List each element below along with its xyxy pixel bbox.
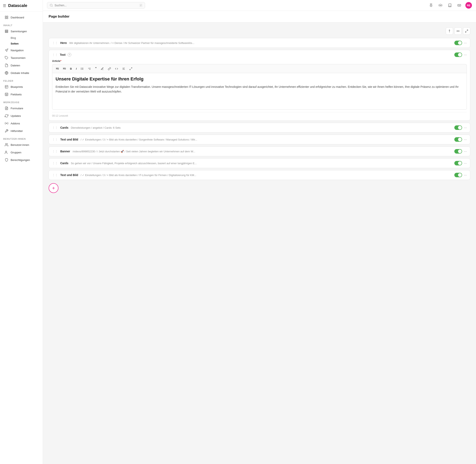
h3-tool[interactable]: H3 — [61, 66, 68, 71]
keyboard-icon[interactable] — [456, 2, 463, 9]
toggle-knob — [458, 161, 462, 165]
more-button[interactable]: ··· — [464, 173, 467, 177]
search-input[interactable] — [55, 4, 138, 7]
search-box[interactable]: / — [47, 2, 145, 9]
svg-point-17 — [6, 151, 7, 152]
code-tool[interactable] — [113, 66, 120, 71]
block-desc: / ✓ Einstellungen / 3 / × Bild als Kreis… — [81, 174, 452, 177]
more-button[interactable]: ··· — [464, 137, 467, 142]
italic-tool[interactable]: I — [74, 66, 78, 71]
block-toggle[interactable] — [454, 126, 462, 130]
sidebar-item-addons[interactable]: Addons — [1, 120, 41, 127]
sidebar-item-formulare[interactable]: Formulare — [1, 105, 41, 112]
svg-rect-2 — [5, 18, 6, 19]
hamburger-icon[interactable]: ☰ — [3, 3, 6, 8]
page-builder-body: ⋮⋮ Hero Wir digitalisieren ihr Unternehm… — [43, 22, 476, 198]
link-tool[interactable] — [106, 66, 113, 71]
block-text-bild1: ⋮⋮ Text und Bild / ✓ Einstellungen / 3 /… — [49, 135, 470, 144]
quote-tool[interactable]: " — [93, 66, 98, 71]
sidebar-item-globale-inhalte[interactable]: Globale Inhalte — [1, 69, 41, 77]
block-text: ⋮⋮ Text ? ··· Article* H2 — [49, 50, 470, 121]
block-toggle[interactable] — [454, 173, 462, 177]
sidebar-item-fieldsets[interactable]: Fieldsets — [1, 91, 41, 98]
sidebar-item-blog[interactable]: Blog — [1, 35, 41, 41]
drag-handle[interactable]: ⋮⋮ — [52, 126, 58, 129]
add-block-button[interactable]: + — [49, 183, 58, 193]
users-icon — [4, 143, 9, 147]
drag-handle[interactable]: ⋮⋮ — [52, 41, 58, 45]
svg-point-32 — [81, 69, 81, 69]
search-icon — [50, 4, 53, 7]
highlight-tool[interactable] — [99, 66, 106, 71]
drag-handle[interactable]: ⋮⋮ — [52, 150, 58, 153]
sidebar-item-label: Hilfsmittel — [11, 129, 23, 133]
page-builder-title: Page builder — [43, 11, 476, 22]
block-toggle[interactable] — [454, 149, 462, 154]
align-tool[interactable] — [121, 66, 127, 71]
read-time: 00:12 Lesezeit — [52, 112, 467, 117]
block-cards2: ⋮⋮ Cards So gehen wir vor / Unsere Fähig… — [49, 158, 470, 168]
block-label: Text und Bild — [60, 138, 78, 141]
h2-tool[interactable]: H2 — [54, 66, 60, 71]
block-label: Cards — [60, 162, 68, 165]
svg-point-16 — [6, 143, 7, 145]
block-toggle[interactable] — [454, 137, 462, 142]
help-icon[interactable]: ? — [68, 53, 71, 57]
block-toggle[interactable] — [454, 41, 462, 45]
sidebar-item-gruppen[interactable]: Gruppen — [1, 149, 41, 156]
block-toggle[interactable] — [454, 52, 462, 57]
sidebar-item-benutzerinnen[interactable]: Benutzer:innen — [1, 141, 41, 148]
sidebar-item-label: Sammlungen — [11, 30, 27, 33]
ordered-list-tool[interactable] — [86, 66, 93, 71]
align-top-button[interactable] — [446, 27, 453, 35]
sidebar-item-sammlungen[interactable]: Sammlungen — [1, 28, 41, 35]
settings-icon[interactable] — [437, 2, 444, 9]
more-button[interactable]: ··· — [464, 149, 467, 154]
user-avatar[interactable]: RE — [465, 2, 472, 9]
sidebar-item-hilfsmittel[interactable]: Hilfsmittel — [1, 127, 41, 135]
fieldset-icon — [4, 92, 9, 97]
sidebar-item-dateien[interactable]: Dateien — [1, 62, 41, 69]
block-toggle[interactable] — [454, 161, 462, 165]
files-icon — [4, 63, 9, 68]
more-button[interactable]: ··· — [464, 41, 467, 45]
unordered-list-tool[interactable] — [79, 66, 85, 71]
more-button[interactable]: ··· — [464, 161, 467, 165]
sidebar-item-updates[interactable]: Updates — [1, 112, 41, 119]
toggle-knob — [458, 41, 462, 45]
main-area: / RE — [43, 0, 476, 464]
svg-rect-6 — [5, 32, 8, 33]
svg-rect-11 — [5, 85, 8, 88]
align-middle-button[interactable] — [454, 27, 462, 35]
bold-tool[interactable]: B — [68, 66, 73, 71]
drag-handle[interactable]: ⋮⋮ — [52, 173, 58, 177]
text-block-header: ⋮⋮ Text ? ··· — [49, 50, 470, 59]
groups-icon — [4, 150, 9, 155]
drag-handle[interactable]: ⋮⋮ — [52, 138, 58, 141]
expand-button[interactable] — [463, 27, 470, 35]
sidebar-section-werkzeuge: WERKZEUGE — [0, 98, 43, 104]
sidebar-item-berechtigungen[interactable]: Berechtigungen — [1, 156, 41, 164]
sidebar-item-navigation[interactable]: Navigation — [1, 47, 41, 54]
svg-line-26 — [465, 31, 466, 32]
block-actions: ··· — [454, 161, 467, 165]
block-label: Cards — [60, 126, 68, 129]
more-button[interactable]: ··· — [464, 53, 467, 57]
block-actions: ··· — [454, 126, 467, 130]
drag-handle[interactable]: ⋮⋮ — [52, 162, 58, 165]
block-actions: ··· — [454, 41, 467, 45]
fullscreen-tool[interactable] — [128, 66, 134, 71]
sidebar-item-taxonomien[interactable]: Taxonomien — [1, 54, 41, 61]
sidebar-item-label: Gruppen — [11, 151, 21, 154]
block-text-bild2: ⋮⋮ Text und Bild / ✓ Einstellungen / 3 /… — [49, 170, 470, 180]
book-icon[interactable] — [447, 2, 453, 9]
pin-icon[interactable] — [428, 2, 434, 9]
editor-area[interactable]: Unsere Digitale Expertise für Ihren Erfo… — [52, 73, 467, 110]
block-desc: So gehen wir vor / Unsere Fähigkeit, Pro… — [71, 162, 452, 165]
sidebar-item-blueprints[interactable]: Blueprints — [1, 83, 41, 90]
sidebar-item-seiten[interactable]: Seiten — [1, 41, 41, 46]
sidebar-item-dashboard[interactable]: Dashboard — [1, 14, 41, 21]
drag-handle[interactable]: ⋮⋮ — [52, 53, 58, 56]
more-button[interactable]: ··· — [464, 126, 467, 130]
topbar: / RE — [43, 0, 476, 11]
